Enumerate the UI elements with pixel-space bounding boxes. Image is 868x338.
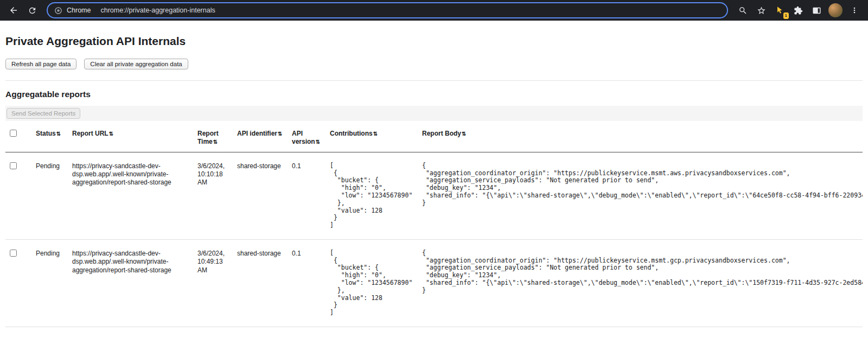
omnibox-chip-label: Chrome: [67, 7, 91, 14]
report-body-cell: { "aggregation_coordinator_origin": "htt…: [418, 239, 863, 327]
side-panel-icon: [812, 6, 821, 15]
header-api-version-label: API version: [292, 130, 315, 145]
api-version-cell: 0.1: [288, 239, 326, 327]
report-url-cell: https://privacy-sandcastle-dev-dsp.web.a…: [68, 239, 193, 327]
api-identifier-cell: shared-storage: [233, 239, 288, 327]
report-row: Pending https://privacy-sandcastle-dev-d…: [5, 239, 863, 327]
side-panel-button[interactable]: [808, 2, 825, 18]
api-identifier-cell: shared-storage: [233, 152, 288, 239]
section-title: Aggregatable reports: [5, 90, 863, 99]
row-checkbox[interactable]: [10, 250, 17, 257]
search-button[interactable]: [735, 2, 751, 18]
select-all-checkbox[interactable]: [10, 130, 17, 137]
sort-icon: ⇅: [316, 139, 320, 145]
report-time-cell: 3/6/2024, 10:10:18 AM: [193, 152, 233, 239]
header-report-url[interactable]: Report URL⇅: [68, 125, 193, 152]
table-controls-bar: Send Selected Reports: [5, 106, 863, 121]
bookmark-star-icon: [757, 6, 766, 15]
sort-icon: ⇅: [373, 131, 378, 137]
reload-icon: [28, 6, 37, 15]
header-report-body[interactable]: Report Body⇅: [418, 125, 863, 152]
extension-icon: [775, 6, 784, 15]
extensions-menu-button[interactable]: [790, 2, 806, 18]
sort-icon: ⇅: [109, 131, 113, 137]
browser-toolbar: Chrome chrome://private-aggregation-inte…: [0, 0, 868, 21]
send-selected-reports-button[interactable]: Send Selected Reports: [7, 108, 80, 119]
back-arrow-icon: [9, 5, 18, 15]
row-checkbox[interactable]: [10, 162, 17, 169]
sort-icon: ⇅: [462, 131, 466, 137]
header-contributions[interactable]: Contributions⇅: [326, 125, 418, 152]
refresh-all-button[interactable]: Refresh all page data: [5, 59, 76, 69]
report-url-cell: https://privacy-sandcastle-dev-dsp.web.a…: [68, 152, 193, 239]
back-button[interactable]: [5, 2, 22, 18]
extension-action-button[interactable]: 1: [771, 2, 788, 18]
address-bar[interactable]: Chrome chrome://private-aggregation-inte…: [47, 2, 728, 18]
row-select-cell: [5, 239, 31, 327]
report-body-json: { "aggregation_coordinator_origin": "htt…: [422, 250, 858, 295]
row-select-cell: [5, 152, 31, 239]
search-icon: [738, 6, 748, 15]
extensions-puzzle-icon: [794, 6, 803, 15]
header-status[interactable]: Status⇅: [31, 125, 68, 152]
header-status-label: Status: [36, 130, 56, 137]
page-actions: Refresh all page data Clear all private …: [5, 59, 863, 69]
page-content: Private Aggregation API Internals Refres…: [0, 21, 868, 338]
kebab-menu-icon: [850, 6, 859, 15]
report-body-cell: { "aggregation_coordinator_origin": "htt…: [418, 152, 863, 239]
contributions-json: [ { "bucket": { "high": "0", "low": "123…: [330, 162, 413, 229]
chrome-logo-icon: [54, 7, 62, 15]
header-report-body-label: Report Body: [422, 130, 461, 137]
header-report-time[interactable]: Report Time⇅: [193, 125, 233, 152]
header-contributions-label: Contributions: [330, 130, 373, 137]
bookmark-button[interactable]: [753, 2, 769, 18]
status-cell: Pending: [31, 239, 68, 327]
sort-icon: ⇅: [213, 139, 218, 145]
sort-icon: ⇅: [56, 131, 61, 137]
select-all-cell: [5, 125, 31, 152]
divider: [5, 80, 863, 81]
header-api-identifier-label: API identifier: [237, 130, 277, 137]
table-header-row: Status⇅ Report URL⇅ Report Time⇅ API ide…: [5, 125, 863, 152]
reload-button[interactable]: [24, 2, 40, 18]
aggregatable-reports-table: Status⇅ Report URL⇅ Report Time⇅ API ide…: [5, 125, 863, 327]
header-api-identifier[interactable]: API identifier⇅: [233, 125, 288, 152]
report-time-cell: 3/6/2024, 10:49:13 AM: [193, 239, 233, 327]
report-row: Pending https://privacy-sandcastle-dev-d…: [5, 152, 863, 239]
contributions-cell: [ { "bucket": { "high": "0", "low": "123…: [326, 239, 418, 327]
page-title: Private Aggregation API Internals: [5, 21, 863, 48]
extension-badge: 1: [783, 12, 789, 19]
omnibox-url-text: chrome://private-aggregation-internals: [100, 7, 215, 14]
profile-avatar[interactable]: [828, 3, 843, 17]
contributions-json: [ { "bucket": { "high": "0", "low": "123…: [330, 250, 413, 317]
contributions-cell: [ { "bucket": { "high": "0", "low": "123…: [326, 152, 418, 239]
browser-menu-button[interactable]: [846, 2, 863, 18]
header-report-url-label: Report URL: [72, 130, 108, 137]
sort-icon: ⇅: [278, 131, 282, 137]
header-api-version[interactable]: API version⇅: [288, 125, 326, 152]
clear-all-button[interactable]: Clear all private aggregation data: [84, 59, 188, 69]
status-cell: Pending: [31, 152, 68, 239]
report-body-json: { "aggregation_coordinator_origin": "htt…: [422, 162, 858, 207]
api-version-cell: 0.1: [288, 152, 326, 239]
